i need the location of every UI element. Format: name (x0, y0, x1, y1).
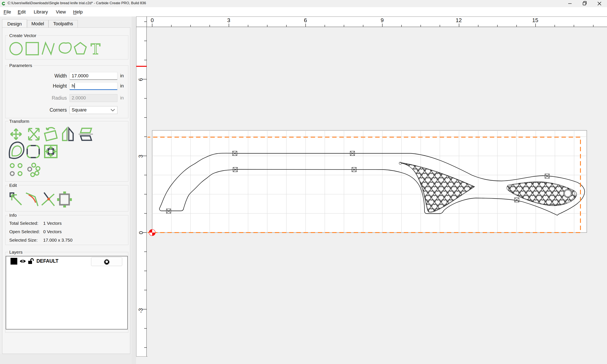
svg-text:9: 9 (381, 17, 383, 23)
svg-text:15: 15 (532, 17, 538, 23)
svg-text:6: 6 (304, 17, 307, 23)
svg-text:6: 6 (137, 78, 144, 81)
svg-text:3: 3 (227, 17, 230, 23)
svg-text:12: 12 (456, 17, 462, 23)
svg-text:T: T (91, 41, 100, 56)
svg-text:0: 0 (151, 17, 154, 23)
svg-text:3: 3 (137, 155, 144, 158)
svg-text:-3: -3 (137, 308, 144, 313)
svg-text:0: 0 (138, 231, 144, 234)
